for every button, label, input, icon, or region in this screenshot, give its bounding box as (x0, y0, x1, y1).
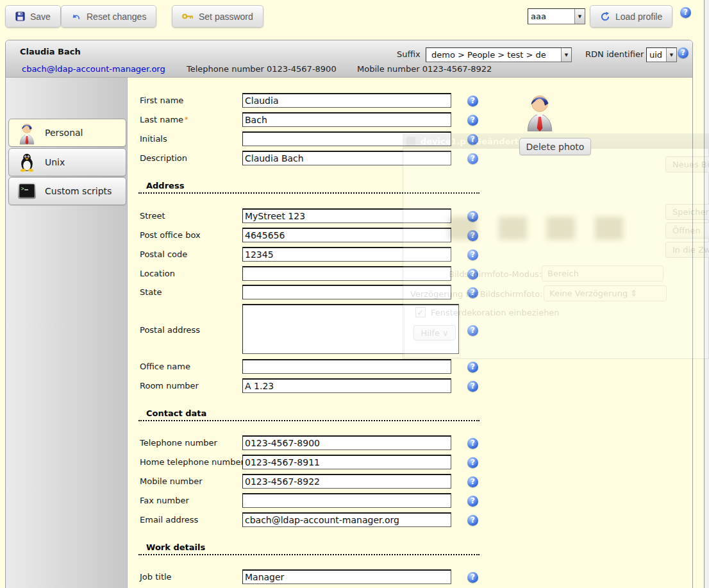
field-label: Post office box (140, 228, 201, 242)
dropdown-arrow-icon[interactable]: ▼ (561, 48, 571, 62)
initials-input[interactable] (242, 131, 451, 146)
location-input[interactable] (242, 266, 451, 281)
office-name-input[interactable] (242, 359, 451, 374)
field-label: Job title (140, 569, 172, 584)
set-password-button[interactable]: Set password (172, 5, 263, 28)
home-telephone-input[interactable] (242, 455, 451, 469)
tab-personal-label: Personal (45, 128, 83, 138)
field-label: Postal code (140, 247, 187, 262)
suffix-label: Suffix (397, 49, 421, 59)
field-label: First name (140, 93, 183, 108)
field-label: Fax number (140, 493, 189, 508)
mobile-number-input[interactable] (242, 474, 451, 489)
section-heading-work: Work details (138, 542, 480, 555)
first-name-input[interactable] (242, 93, 451, 108)
field-label: Mobile number (140, 474, 203, 489)
user-photo (523, 91, 556, 133)
reset-changes-button[interactable]: Reset changes (61, 5, 156, 28)
field-label: Last name* (140, 112, 188, 127)
job-title-input[interactable] (242, 569, 451, 584)
help-icon[interactable]: ? (467, 362, 478, 373)
key-icon (182, 13, 194, 20)
rdn-select-value: uid (647, 48, 666, 62)
street-input[interactable] (242, 208, 451, 223)
header-telephone: Telephone number 0123-4567-8900 (187, 64, 337, 74)
dropdown-arrow-icon[interactable]: ▼ (666, 48, 676, 62)
state-input[interactable] (242, 285, 451, 299)
tab-custom-scripts[interactable]: Custom scripts (8, 177, 126, 205)
user-photo-icon (523, 91, 556, 132)
room-number-input[interactable] (242, 378, 451, 393)
field-label: State (140, 285, 162, 299)
reset-changes-label: Reset changes (87, 12, 146, 22)
help-icon[interactable]: ? (467, 515, 478, 526)
user-icon (17, 121, 37, 145)
help-icon[interactable]: ? (467, 381, 478, 392)
help-icon[interactable]: ? (467, 96, 478, 106)
load-profile-button[interactable]: Load profile (590, 5, 672, 28)
help-icon[interactable]: ? (467, 457, 478, 468)
field-label: Home telephone number (140, 455, 244, 469)
help-icon[interactable]: ? (467, 211, 478, 222)
field-label: Office name (140, 359, 190, 374)
field-label: Description (140, 151, 187, 165)
help-icon[interactable]: ? (467, 230, 478, 241)
help-icon[interactable]: ? (678, 47, 688, 58)
section-heading-address: Address (138, 181, 480, 194)
help-icon[interactable]: ? (467, 572, 478, 583)
suffix-select-value: demo > People > test > de (426, 48, 561, 62)
terminal-icon (17, 181, 37, 201)
tab-personal[interactable]: Personal (8, 119, 126, 147)
undo-arrow-icon (71, 12, 81, 21)
header-mobile: Mobile number 0123-4567-8922 (357, 64, 492, 74)
account-title: Claudia Bach (20, 47, 81, 56)
description-input[interactable] (242, 151, 451, 165)
save-button[interactable]: Save (5, 5, 61, 28)
help-icon[interactable]: ? (467, 438, 478, 449)
field-label: Street (140, 208, 165, 223)
refresh-icon (600, 12, 610, 22)
field-label: Room number (140, 378, 199, 393)
last-name-input[interactable] (242, 112, 451, 127)
help-icon[interactable]: ? (467, 153, 478, 164)
postal-code-input[interactable] (242, 247, 451, 262)
field-label: Telephone number (140, 435, 217, 450)
post-office-box-input[interactable] (242, 228, 451, 242)
suffix-select[interactable]: demo > People > test > de ▼ (426, 47, 572, 62)
dropdown-arrow-icon[interactable]: ▼ (574, 9, 585, 24)
floppy-icon (15, 12, 25, 21)
load-profile-label: Load profile (615, 12, 662, 22)
field-label: Location (140, 266, 175, 281)
help-icon[interactable]: ? (467, 134, 478, 145)
help-icon[interactable]: ? (467, 269, 478, 280)
help-icon[interactable]: ? (467, 476, 478, 487)
tab-custom-scripts-label: Custom scripts (45, 186, 112, 196)
required-marker: * (185, 115, 188, 124)
tab-unix-label: Unix (45, 157, 65, 167)
page: { "toolbar": { "save_label": "Save", "re… (0, 0, 709, 588)
module-sidebar: Personal Unix Custom scripts (6, 78, 128, 588)
telephone-number-input[interactable] (242, 435, 451, 450)
profile-select[interactable]: aaa ▼ (528, 8, 585, 24)
field-label: Postal address (140, 323, 200, 337)
postal-address-textarea[interactable] (242, 304, 459, 354)
profile-select-value: aaa (528, 9, 574, 24)
help-icon[interactable]: ? (467, 496, 478, 507)
help-icon[interactable]: ? (467, 249, 478, 260)
email-address-input[interactable] (242, 512, 451, 527)
tux-icon (17, 153, 37, 172)
field-label: Email address (140, 512, 198, 527)
help-icon[interactable]: ? (467, 115, 478, 126)
help-icon[interactable]: ? (680, 7, 691, 18)
set-password-label: Set password (199, 12, 253, 22)
field-label: Initials (140, 131, 167, 146)
email-link[interactable]: cbach@ldap-account-manager.org (22, 64, 165, 74)
tab-unix[interactable]: Unix (8, 148, 126, 176)
help-icon[interactable]: ? (467, 287, 478, 298)
help-icon[interactable]: ? (467, 325, 478, 336)
rdn-identifier-label: RDN identifier (585, 49, 644, 59)
scrollbar[interactable] (704, 0, 709, 588)
delete-photo-button[interactable]: Delete photo (519, 138, 591, 155)
fax-number-input[interactable] (242, 493, 451, 508)
rdn-select[interactable]: uid ▼ (646, 47, 677, 62)
